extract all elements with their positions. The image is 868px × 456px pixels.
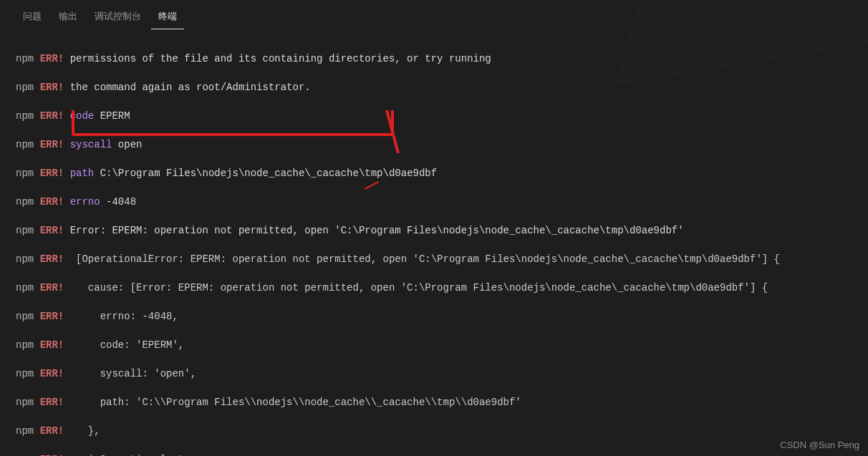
tab-debug-console[interactable]: 调试控制台 (87, 6, 148, 29)
terminal-line: npm ERR! syscall: 'open', (16, 367, 852, 381)
terminal-line: npm ERR! errno -4048 (16, 195, 852, 209)
err-prefix: ERR! (40, 139, 64, 150)
npm-prefix: npm (16, 425, 34, 437)
line-text: errno: -4048, (70, 311, 178, 322)
err-prefix: ERR! (40, 339, 64, 351)
line-text: [OperationalError: EPERM: operation not … (70, 253, 780, 265)
line-text: C:\Program Files\nodejs\node_cache\_caca… (100, 168, 437, 179)
terminal-line: npm ERR! code: 'EPERM', (16, 338, 852, 352)
line-text: syscall: 'open', (70, 368, 196, 379)
terminal-line: npm ERR! the command again as root/Admin… (16, 80, 852, 94)
err-prefix: ERR! (40, 196, 64, 208)
terminal-line: npm ERR! errno: -4048, (16, 309, 852, 324)
kw-syscall: syscall (70, 139, 112, 150)
npm-prefix: npm (16, 368, 34, 379)
terminal-line: npm ERR! code EPERM (16, 109, 852, 123)
err-prefix: ERR! (40, 168, 64, 179)
kw-code: code (70, 110, 95, 122)
panel-tabbar: 问题 输出 调试控制台 终端 (0, 0, 868, 29)
kw-path: path (70, 168, 95, 179)
line-text: }, (70, 425, 100, 437)
npm-prefix: npm (16, 110, 34, 122)
line-text: -4048 (106, 196, 136, 208)
npm-prefix: npm (16, 397, 34, 408)
watermark: CSDN @Sun Peng (780, 440, 859, 450)
npm-prefix: npm (16, 253, 34, 265)
err-prefix: ERR! (40, 253, 64, 265)
tab-problems[interactable]: 问题 (16, 6, 49, 29)
line-text: code: 'EPERM', (70, 339, 185, 351)
terminal-line: npm ERR! path: 'C:\\Program Files\\nodej… (16, 395, 852, 409)
err-prefix: ERR! (40, 368, 64, 379)
terminal-line: npm ERR! Error: EPERM: operation not per… (16, 223, 852, 238)
hand-drawn-tick (365, 181, 379, 190)
npm-prefix: npm (16, 82, 34, 93)
npm-prefix: npm (16, 339, 34, 351)
line-text: the command again as root/Administrator. (70, 82, 311, 93)
terminal-line: npm ERR! [OperationalError: EPERM: opera… (16, 252, 852, 266)
terminal-line: npm ERR! }, (16, 424, 852, 438)
terminal-line: npm ERR! syscall open (16, 137, 852, 152)
terminal-line: npm ERR! isOperational: true, (16, 452, 852, 456)
tab-output[interactable]: 输出 (52, 6, 85, 29)
terminal-line: npm ERR! permissions of the file and its… (16, 52, 852, 66)
terminal-output[interactable]: npm ERR! permissions of the file and its… (0, 29, 868, 456)
line-text: EPERM (100, 110, 130, 122)
err-prefix: ERR! (40, 53, 64, 64)
err-prefix: ERR! (40, 311, 64, 322)
line-text: Error: EPERM: operation not permitted, o… (70, 225, 684, 236)
line-text: cause: [Error: EPERM: operation not perm… (70, 282, 768, 294)
npm-prefix: npm (16, 282, 34, 294)
npm-prefix: npm (16, 311, 34, 322)
npm-prefix: npm (16, 168, 34, 179)
npm-prefix: npm (16, 53, 34, 64)
err-prefix: ERR! (40, 425, 64, 437)
err-prefix: ERR! (40, 225, 64, 236)
line-text: open (118, 139, 143, 150)
npm-prefix: npm (16, 225, 34, 236)
err-prefix: ERR! (40, 82, 64, 93)
terminal-line: npm ERR! path C:\Program Files\nodejs\no… (16, 166, 852, 180)
kw-errno: errno (70, 196, 100, 208)
terminal-line: npm ERR! cause: [Error: EPERM: operation… (16, 281, 852, 295)
line-text: path: 'C:\\Program Files\\nodejs\\node_c… (70, 397, 521, 408)
err-prefix: ERR! (40, 282, 64, 294)
npm-prefix: npm (16, 196, 34, 208)
tab-terminal[interactable]: 终端 (151, 6, 184, 29)
err-prefix: ERR! (40, 397, 64, 408)
npm-prefix: npm (16, 139, 34, 150)
line-text: permissions of the file and its containi… (70, 53, 491, 64)
err-prefix: ERR! (40, 110, 64, 122)
